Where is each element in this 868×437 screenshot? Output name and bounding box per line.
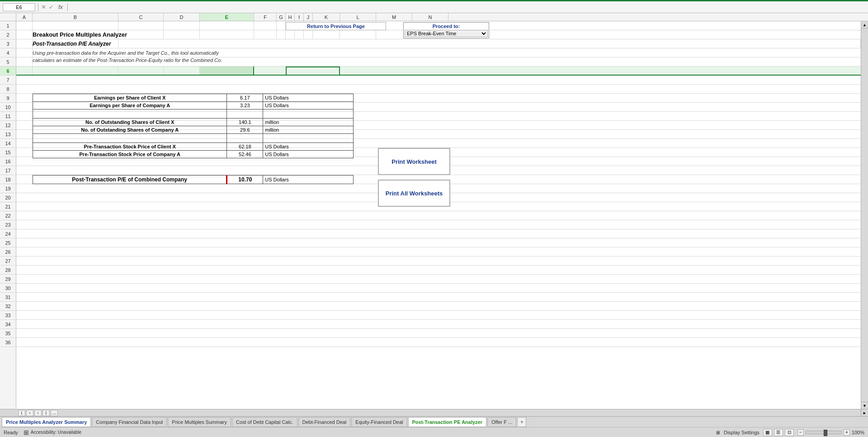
row-num-26: 26 (0, 247, 16, 256)
col-header-F[interactable]: F (254, 13, 277, 21)
col-header-D[interactable]: D (164, 13, 200, 21)
row-num-25: 25 (0, 238, 16, 247)
print-worksheet-container: Print Worksheet (378, 148, 450, 175)
row-33 (16, 311, 861, 320)
data-table: Earnings per Share of Client X 6.17 US D… (33, 94, 354, 158)
vertical-scrollbar[interactable]: ▲ ▼ (861, 21, 868, 409)
zoom-in-btn[interactable]: + (844, 429, 850, 436)
cell-D1 (164, 21, 200, 30)
col-header-L[interactable]: L (340, 13, 376, 21)
tab-label: Price Multiples Summary (172, 419, 227, 425)
row-num-8: 8 (0, 85, 16, 94)
scroll-up-btn[interactable]: ▲ (861, 21, 868, 28)
result-row: Post-Transaction P/E of Combined Company… (33, 175, 354, 184)
tab-label: Offer F ... (491, 419, 512, 425)
col-header-J[interactable]: J (304, 13, 313, 21)
col-header-K[interactable]: K (313, 13, 340, 21)
row-num-16: 16 (0, 157, 16, 166)
print-worksheet-button[interactable]: Print Worksheet (378, 148, 450, 175)
cell-empty-2b (227, 134, 263, 143)
data-table-inner: Earnings per Share of Client X 6.17 US D… (33, 94, 354, 158)
tab-prev-btn[interactable]: ‹ (26, 410, 33, 416)
col-header-C[interactable]: C (118, 13, 164, 21)
confirm-icon[interactable]: ✓ (49, 4, 54, 10)
row-num-14: 14 (0, 139, 16, 148)
tab-price-multiples[interactable]: Price Multiples Summary (168, 417, 231, 427)
cell-empty-1b (227, 109, 263, 119)
row-36 (16, 338, 861, 347)
formula-input[interactable] (71, 5, 865, 10)
row-numbers: 1 2 3 4 5 6 7 8 9 10 11 12 13 14 15 16 1… (0, 21, 16, 409)
view-normal-icon[interactable]: ⊞ (24, 429, 29, 436)
tab-equity-financed[interactable]: Equity-Financed Deal (351, 417, 407, 427)
col-header-B[interactable]: B (33, 13, 118, 21)
print-all-worksheets-container: Print All Worksheets (378, 180, 450, 207)
scroll-track[interactable] (861, 28, 868, 402)
print-all-worksheets-button[interactable]: Print All Worksheets (378, 180, 450, 207)
h-scroll-track[interactable] (60, 409, 861, 416)
col-header-I[interactable]: I (295, 13, 304, 21)
cell-unit-eps-client: US Dollars (263, 94, 354, 102)
result-value: 10.70 (227, 176, 263, 184)
cell-reference-box[interactable] (3, 3, 35, 11)
row-num-2: 2 (0, 30, 16, 39)
cell-E6-selected[interactable] (200, 66, 254, 75)
cell-C1 (118, 21, 164, 30)
cell-B1 (33, 21, 118, 30)
row-34 (16, 320, 861, 329)
tab-company-financial[interactable]: Company Financial Data Input (92, 417, 167, 427)
table-row: Earnings per Share of Company A 3.23 US … (33, 102, 354, 109)
scroll-down-btn[interactable]: ▼ (861, 402, 868, 409)
col-header-H[interactable]: H (286, 13, 295, 21)
cell-unit-price-client: US Dollars (263, 143, 354, 151)
zoom-slider[interactable] (806, 431, 842, 434)
status-left: Ready ⊞ Accessibility: Unavailable (4, 429, 81, 436)
proceed-dropdown[interactable]: EPS Break-Even Time Post-Transaction P/E… (405, 30, 488, 37)
formula-fx-icon[interactable]: fx (58, 4, 63, 10)
row-num-18: 18 (0, 175, 16, 184)
page-break-btn[interactable]: ⊡ (785, 429, 794, 436)
page-layout-btn[interactable]: ☰ (774, 429, 783, 436)
cell-label-price-company: Pre-Transaction Stock Price of Company A (33, 151, 227, 158)
tab-offer-f[interactable]: Offer F ... (487, 417, 516, 427)
row-22 (16, 211, 861, 220)
cell-value-shares-company: 29.6 (227, 126, 263, 134)
cell-unit-price-company: US Dollars (263, 151, 354, 158)
add-sheet-btn[interactable]: + (517, 417, 526, 427)
return-to-previous-page-button[interactable]: Return to Previous Page (286, 22, 386, 30)
row-7 (16, 76, 861, 85)
tab-post-transaction-pe[interactable]: Post-Transaction PE Analyzer (408, 417, 486, 427)
cell-label-shares-company: No. of Outstanding Shares of Company A (33, 126, 227, 134)
col-header-E[interactable]: E (200, 13, 254, 21)
col-header-N[interactable]: N (412, 13, 448, 21)
tab-label: Post-Transaction PE Analyzer (412, 419, 482, 425)
col-header-G[interactable]: G (277, 13, 286, 21)
row-24 (16, 229, 861, 238)
row-num-10: 10 (0, 103, 16, 112)
display-settings-text[interactable]: Display Settings (724, 430, 760, 435)
tab-label: Price Multiples Analyzer Summary (6, 419, 87, 425)
col-header-M[interactable]: M (376, 13, 412, 21)
proceed-container: Proceed to: EPS Break-Even Time Post-Tra… (403, 22, 489, 38)
tab-last-btn[interactable]: ⟩ (42, 410, 50, 416)
selected-cell-indicator[interactable] (286, 66, 340, 76)
title-desc: Using pre-transaction data for the Acqui… (33, 49, 222, 64)
row-30 (16, 284, 861, 293)
cell-value-eps-company: 3.23 (227, 102, 263, 109)
normal-view-btn[interactable]: ▦ (763, 429, 772, 436)
col-header-A[interactable]: A (16, 13, 33, 21)
zoom-thumb[interactable] (824, 430, 827, 436)
tab-more-btn[interactable]: … (51, 410, 58, 416)
tab-first-btn[interactable]: ⟨ (18, 410, 25, 416)
title-line2: Post-Transaction P/E Analyzer (33, 39, 222, 48)
cancel-icon[interactable]: ✕ (41, 4, 46, 10)
row-num-36: 36 (0, 338, 16, 347)
tab-price-multiples-summary[interactable]: Price Multiples Analyzer Summary (2, 417, 91, 427)
scroll-right-btn[interactable]: ► (861, 409, 868, 416)
tab-cost-of-debt[interactable]: Cost of Debt Capital Calc. (232, 417, 297, 427)
horizontal-scrollbar-area: ⟨ ‹ › ⟩ … ► (0, 409, 868, 416)
zoom-out-btn[interactable]: − (797, 429, 804, 436)
tab-next-btn[interactable]: › (34, 410, 42, 416)
tab-debt-financed[interactable]: Debt-Financed Deal (298, 417, 351, 427)
display-settings-icon[interactable]: 🖥 (715, 430, 720, 435)
